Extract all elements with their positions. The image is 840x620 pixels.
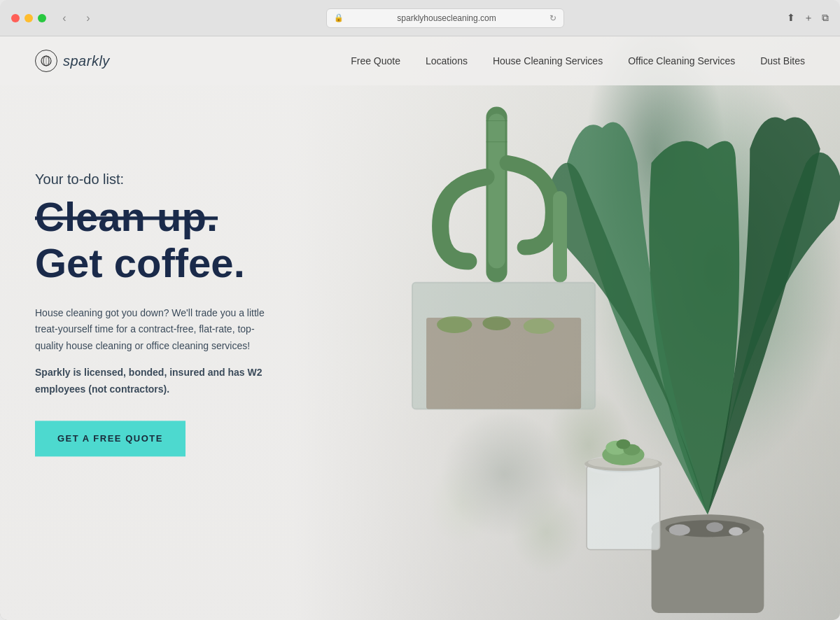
nav-office-cleaning[interactable]: Office Cleaning Services <box>628 55 735 66</box>
browser-window: ‹ › 🔒 sparklyhousecleaning.com ↻ ⬆ ＋ ⧉ <box>0 0 840 620</box>
minimize-dot[interactable] <box>24 14 33 22</box>
hero-desc2-suffix: (not contractors). <box>88 383 169 395</box>
hero-description-1: House cleaning got you down? We'll trade… <box>35 305 273 355</box>
browser-action-buttons: ⬆ ＋ ⧉ <box>787 12 829 24</box>
lock-icon: 🔒 <box>334 13 344 22</box>
hero-description-2: Sparkly is licensed, bonded, insured and… <box>35 365 273 398</box>
nav-links: Free Quote Locations House Cleaning Serv… <box>351 55 805 66</box>
tabs-icon[interactable]: ⧉ <box>822 12 829 24</box>
cta-free-quote-button[interactable]: GET A FREE QUOTE <box>35 421 186 456</box>
back-button[interactable]: ‹ <box>55 8 74 28</box>
logo-icon <box>35 50 57 72</box>
url-text: sparklyhousecleaning.com <box>348 13 545 23</box>
refresh-icon[interactable]: ↻ <box>550 13 556 23</box>
nav-free-quote[interactable]: Free Quote <box>351 55 400 66</box>
nav-dust-bites[interactable]: Dust Bites <box>760 55 805 66</box>
browser-titlebar: ‹ › 🔒 sparklyhousecleaning.com ↻ ⬆ ＋ ⧉ <box>0 0 840 36</box>
nav-locations[interactable]: Locations <box>426 55 468 66</box>
hero-subtitle: Your to-do list: <box>35 171 273 188</box>
hero-title-strikethrough: Clean up. <box>35 195 273 239</box>
navbar: sparkly Free Quote Locations House Clean… <box>0 36 840 85</box>
maximize-dot[interactable] <box>38 14 46 22</box>
nav-house-cleaning[interactable]: House Cleaning Services <box>493 55 603 66</box>
hero-title-main: Get coffee. <box>35 241 273 286</box>
logo[interactable]: sparkly <box>35 50 110 72</box>
website-content: sparkly Free Quote Locations House Clean… <box>0 36 840 620</box>
address-bar[interactable]: 🔒 sparklyhousecleaning.com ↻ <box>326 8 564 28</box>
forward-button[interactable]: › <box>78 8 98 28</box>
close-dot[interactable] <box>11 14 20 22</box>
new-tab-icon[interactable]: ＋ <box>804 12 813 24</box>
hero-desc2-text: Sparkly is licensed, bonded, insured and… <box>35 367 245 378</box>
share-icon[interactable]: ⬆ <box>787 12 795 24</box>
logo-text: sparkly <box>63 53 110 69</box>
hero-content: Your to-do list: Clean up. Get coffee. H… <box>35 171 273 456</box>
browser-nav-buttons: ‹ › <box>55 8 98 28</box>
browser-traffic-lights <box>11 14 46 22</box>
